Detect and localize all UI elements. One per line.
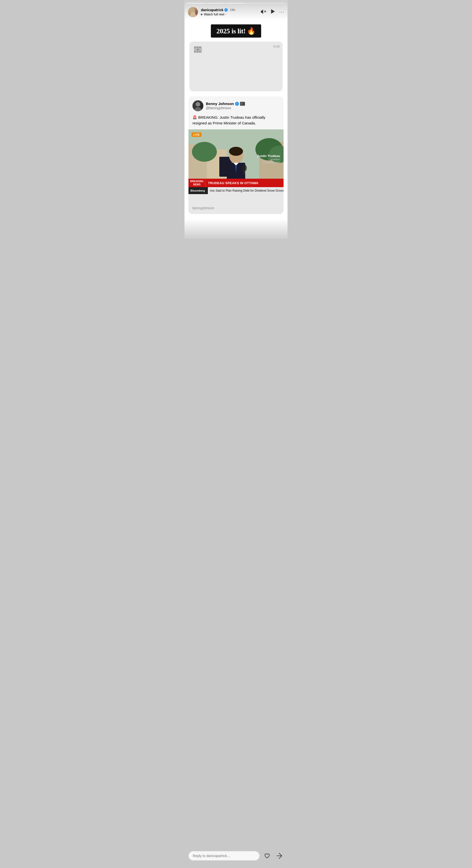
- tweet-embed: Benny Johnson ✓ @bennyjohnson: [188, 96, 284, 214]
- breaking-headline: TRUDEAU SPEAKS IN OTTAWA: [205, 180, 261, 186]
- svg-rect-33: [243, 170, 245, 174]
- tweet-source-handle: bennyjohnson: [193, 206, 214, 210]
- username: danicapatrick: [201, 8, 223, 12]
- svg-rect-12: [199, 51, 201, 53]
- username-row: danicapatrick ✓ 19h: [201, 8, 260, 12]
- progress-bar-1: [187, 3, 206, 3]
- breaking-label: BREAKINGNEWS: [188, 179, 205, 187]
- story-header: danicapatrick ✓ 19h ▶ Watch full reel ›: [184, 5, 288, 20]
- more-options-icon[interactable]: ···: [279, 9, 285, 15]
- svg-rect-8: [197, 46, 199, 48]
- progress-bars: [184, 0, 288, 5]
- progress-bar-2: [207, 3, 226, 3]
- person-title: CanadianPrime Minister: [257, 158, 280, 164]
- progress-bar-5: [266, 3, 285, 3]
- svg-point-14: [196, 102, 200, 106]
- tweet-username-row: Benny Johnson ✓: [206, 101, 245, 106]
- svg-rect-2: [191, 12, 195, 16]
- tweet-bottom: bennyjohnson: [188, 194, 284, 214]
- avatar-image: [188, 7, 198, 17]
- title-emoji: 🔥: [247, 27, 256, 35]
- person-name-label: Justin Trudeau CanadianPrime Minister: [257, 154, 280, 164]
- svg-rect-17: [241, 102, 242, 105]
- svg-point-15: [195, 107, 201, 111]
- progress-bar-3: [227, 3, 245, 3]
- svg-rect-18: [242, 102, 243, 105]
- ticker-text: rios Said to Plan Raising Debt for Divid…: [208, 189, 284, 192]
- svg-marker-5: [271, 9, 275, 14]
- tweet-emoji: 🚨: [193, 115, 197, 119]
- tweet-badge-icon: [240, 102, 245, 106]
- story-title: 2025 is lit! 🔥: [211, 24, 261, 38]
- play-icon[interactable]: [270, 9, 275, 16]
- title-text: 2025 is lit!: [216, 27, 245, 35]
- verified-icon: ✓: [224, 8, 228, 12]
- live-badge: LIVE: [191, 132, 201, 137]
- tweet-text: BREAKING: Justin Trudeau has officially …: [193, 115, 265, 125]
- title-block: 2025 is lit! 🔥: [184, 20, 288, 41]
- chevron-right-icon: ›: [225, 13, 226, 16]
- tweet-user-info: Benny Johnson ✓ @bennyjohnson: [206, 101, 245, 110]
- breaking-news-bar: BREAKINGNEWS TRUDEAU SPEAKS IN OTTAWA: [188, 179, 284, 187]
- story-actions: ···: [260, 9, 285, 16]
- tweet-author-name: Benny Johnson: [206, 101, 234, 106]
- progress-bar-4: [246, 3, 265, 3]
- tweet-avatar: [193, 100, 203, 111]
- watch-reel-row[interactable]: ▶ Watch full reel ›: [201, 12, 260, 16]
- bloomberg-ticker: Bloomberg rios Said to Plan Raising Debt…: [188, 187, 284, 194]
- svg-rect-9: [199, 46, 201, 48]
- film-icon: [194, 45, 202, 54]
- person-name: Justin Trudeau: [257, 154, 280, 158]
- avatar[interactable]: [187, 6, 199, 18]
- svg-rect-11: [197, 51, 199, 53]
- story-timestamp: 19h: [230, 8, 235, 12]
- svg-point-24: [192, 142, 217, 162]
- tweet-author-handle: @bennyjohnson: [206, 106, 245, 110]
- reel-icon: ▶: [201, 13, 203, 16]
- watch-reel-label[interactable]: Watch full reel: [204, 12, 224, 16]
- svg-point-28: [229, 147, 243, 156]
- tweet-content: 🚨 BREAKING: Justin Trudeau has officiall…: [188, 114, 284, 129]
- tweet-verified-icon: ✓: [235, 102, 239, 106]
- mute-icon[interactable]: [260, 9, 266, 16]
- tweet-header: Benny Johnson ✓ @bennyjohnson: [188, 96, 284, 114]
- svg-rect-7: [195, 46, 196, 48]
- news-image[interactable]: LIVE Justin Trudeau CanadianPrime Minist…: [188, 129, 284, 194]
- video-timer: 0:43: [273, 44, 279, 48]
- content-area: 2025 is lit! 🔥 0:43: [184, 20, 288, 239]
- user-info: danicapatrick ✓ 19h ▶ Watch full reel ›: [201, 8, 260, 16]
- video-card[interactable]: 0:43: [189, 41, 283, 91]
- bloomberg-logo: Bloomberg: [188, 187, 208, 194]
- svg-rect-10: [195, 51, 196, 53]
- tweet-avatar-image: [193, 100, 203, 111]
